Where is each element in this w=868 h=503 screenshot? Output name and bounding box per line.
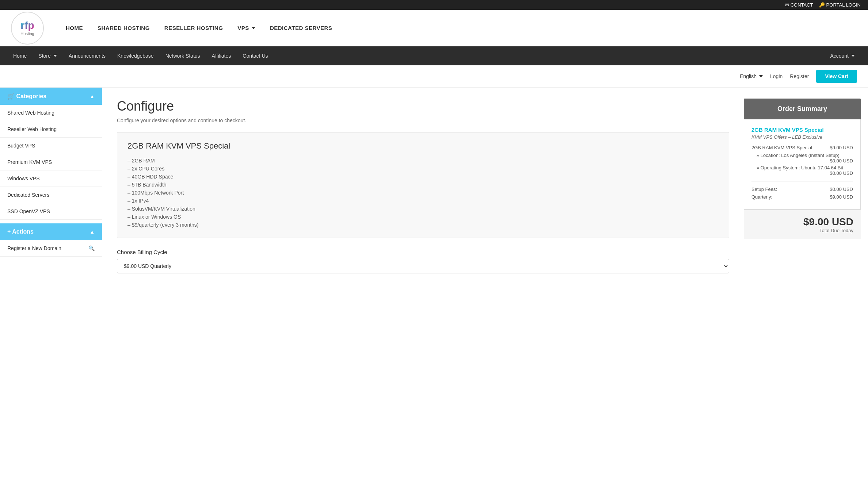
order-line-product: 2GB RAM KVM VPS Special $9.00 USD: [751, 145, 853, 150]
feature-ram: – 2GB RAM: [127, 157, 719, 165]
main-nav: rfp Hosting HOME SHARED HOSTING RESELLER…: [0, 10, 868, 46]
actions-header: + Actions ▲: [0, 223, 102, 240]
sidebar-budget-vps[interactable]: Budget VPS: [0, 138, 102, 154]
account-dropdown-arrow: [851, 55, 855, 57]
sec-network-status-link[interactable]: Network Status: [160, 48, 206, 64]
order-divider: [751, 181, 853, 181]
actions-chevron: ▲: [90, 229, 95, 235]
vps-nav-link[interactable]: VPS: [237, 22, 255, 34]
main-nav-links: HOME SHARED HOSTING RESELLER HOSTING VPS…: [66, 22, 332, 34]
order-product-name: 2GB RAM KVM VPS Special: [751, 127, 853, 133]
sidebar-ssd-openvz-vps[interactable]: SSD OpenVZ VPS: [0, 203, 102, 220]
product-features-list: – 2GB RAM – 2x CPU Cores – 40GB HDD Spac…: [127, 157, 719, 229]
action-bar: English Login Register View Cart: [0, 65, 868, 88]
order-product-sub: KVM VPS Offers – LEB Exclusive: [751, 134, 853, 140]
feature-price: – $9/quarterly (every 3 months): [127, 221, 719, 229]
product-box: 2GB RAM KVM VPS Special – 2GB RAM – 2x C…: [117, 132, 729, 238]
categories-chevron: ▲: [90, 93, 95, 99]
page-subtitle: Configure your desired options and conti…: [117, 118, 729, 123]
feature-bandwidth: – 5TB Bandwidth: [127, 181, 719, 189]
feature-cpu: – 2x CPU Cores: [127, 165, 719, 173]
language-button[interactable]: English: [740, 73, 763, 79]
billing-label: Choose Billing Cycle: [117, 249, 729, 255]
sec-affiliates-link[interactable]: Affiliates: [206, 48, 237, 64]
sec-announcements-link[interactable]: Announcements: [63, 48, 111, 64]
order-total-price: $9.00 USD: [751, 216, 853, 228]
portal-login-link[interactable]: 🔑 PORTAL LOGIN: [819, 2, 861, 8]
order-summary-body: 2GB RAM KVM VPS Special KVM VPS Offers –…: [744, 119, 861, 210]
order-total-label: Total Due Today: [751, 228, 853, 233]
shared-hosting-nav-link[interactable]: SHARED HOSTING: [98, 22, 150, 34]
main-layout: 🛒 Categories ▲ Shared Web Hosting Resell…: [0, 88, 868, 307]
portal-icon: 🔑: [819, 2, 825, 8]
feature-virtualization: – SolusVM/KVM Virtualization: [127, 205, 719, 213]
store-dropdown-arrow: [53, 55, 57, 57]
vps-dropdown-arrow: [252, 27, 255, 29]
account-link[interactable]: Account: [824, 48, 861, 64]
order-quarterly: Quarterly: $9.00 USD: [751, 194, 853, 200]
billing-cycle-select[interactable]: $9.00 USD Quarterly $3.00 USD Monthly $3…: [117, 259, 729, 273]
view-cart-button[interactable]: View Cart: [816, 70, 857, 83]
sidebar-premium-kvm-vps[interactable]: Premium KVM VPS: [0, 154, 102, 170]
sec-nav: Home Store Announcements Knowledgebase N…: [0, 46, 868, 65]
sidebar-dedicated-servers[interactable]: Dedicated Servers: [0, 187, 102, 203]
sec-knowledgebase-link[interactable]: Knowledgebase: [111, 48, 160, 64]
sidebar-register-domain[interactable]: Register a New Domain 🔍: [0, 240, 102, 257]
login-link[interactable]: Login: [770, 73, 783, 79]
contact-icon: ✉: [785, 2, 789, 8]
order-location: » Location: Los Angeles (Instant Setup) …: [751, 153, 853, 164]
order-os: » Operating System: Ubuntu 17.04 64 Bit …: [751, 165, 853, 176]
order-total-area: $9.00 USD Total Due Today: [744, 210, 861, 239]
cart-icon: 🛒: [7, 93, 15, 99]
language-dropdown-arrow: [759, 75, 763, 77]
product-name: 2GB RAM KVM VPS Special: [127, 141, 719, 151]
main-content: Configure Configure your desired options…: [102, 88, 744, 307]
order-summary-header: Order Summary: [744, 99, 861, 119]
sec-contact-us-link[interactable]: Contact Us: [237, 48, 274, 64]
categories-header: 🛒 Categories ▲: [0, 88, 102, 105]
feature-hdd: – 40GB HDD Space: [127, 173, 719, 181]
billing-section: Choose Billing Cycle $9.00 USD Quarterly…: [117, 249, 729, 273]
top-bar: ✉ CONTACT 🔑 PORTAL LOGIN: [0, 0, 868, 10]
sidebar: 🛒 Categories ▲ Shared Web Hosting Resell…: [0, 88, 102, 307]
contact-link[interactable]: ✉ CONTACT: [785, 2, 813, 8]
order-summary-panel: Order Summary 2GB RAM KVM VPS Special KV…: [744, 99, 861, 250]
plus-icon: +: [7, 229, 11, 235]
logo[interactable]: rfp Hosting: [11, 12, 44, 45]
feature-ipv4: – 1x IPv4: [127, 197, 719, 205]
sec-store-link[interactable]: Store: [33, 48, 62, 64]
register-link[interactable]: Register: [790, 73, 809, 79]
sidebar-reseller-web-hosting[interactable]: Reseller Web Hosting: [0, 121, 102, 138]
page-title: Configure: [117, 99, 729, 114]
register-domain-icon: 🔍: [88, 245, 95, 251]
sec-home-link[interactable]: Home: [7, 48, 33, 64]
feature-os: – Linux or Windows OS: [127, 213, 719, 221]
order-setup-fee: Setup Fees: $0.00 USD: [751, 187, 853, 192]
feature-network: – 100Mbps Network Port: [127, 189, 719, 197]
logo-area: rfp Hosting: [11, 12, 44, 45]
reseller-hosting-nav-link[interactable]: RESELLER HOSTING: [164, 22, 223, 34]
sidebar-windows-vps[interactable]: Windows VPS: [0, 170, 102, 187]
home-nav-link[interactable]: HOME: [66, 22, 83, 34]
dedicated-servers-nav-link[interactable]: DEDICATED SERVERS: [270, 22, 332, 34]
sidebar-shared-web-hosting[interactable]: Shared Web Hosting: [0, 105, 102, 121]
